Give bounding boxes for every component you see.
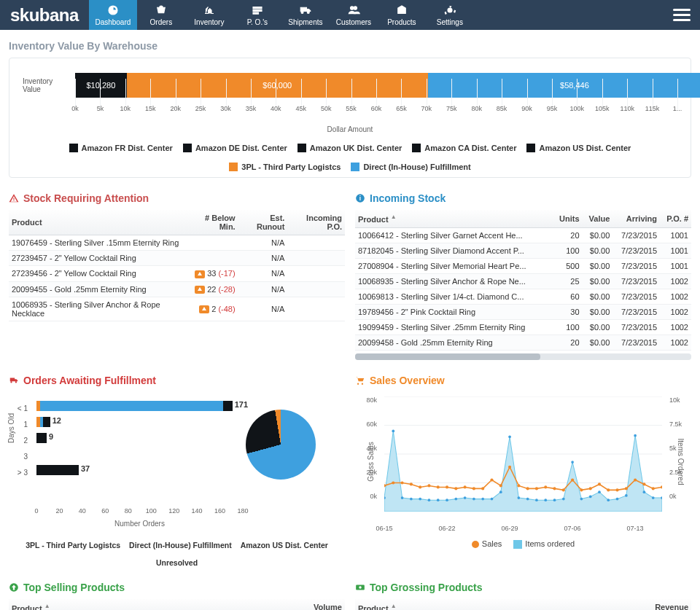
svg-point-64 — [607, 488, 610, 491]
orders-legend: 3PL - Third Party LogistcsDirect (In-Hou… — [9, 541, 345, 567]
svg-point-67 — [634, 478, 637, 481]
svg-point-52 — [499, 484, 502, 487]
col-product[interactable]: Product — [9, 210, 186, 235]
ivw-segment: $60,000 — [127, 73, 428, 98]
col-incoming-po[interactable]: Incoming P.O. — [287, 210, 345, 235]
svg-point-60 — [571, 478, 574, 481]
nav-products[interactable]: Products — [378, 0, 426, 30]
svg-point-15 — [454, 497, 457, 500]
svg-point-53 — [508, 465, 511, 468]
nav-settings[interactable]: Settings — [426, 0, 474, 30]
table-row[interactable]: 19076459 - Sterling Silver .15mm Eternit… — [9, 235, 345, 251]
table-scrollbar[interactable] — [355, 353, 691, 360]
table-row[interactable]: 27008904 - Sterling Silver Memorial Hear… — [355, 258, 691, 273]
col-units[interactable]: Units — [553, 210, 582, 227]
ivw-segment: $10,280 — [75, 73, 127, 98]
svg-point-40 — [392, 481, 394, 484]
svg-point-23 — [526, 497, 529, 500]
ivw-legend: Amazon FR Dist. CenterAmazon DE Dist. Ce… — [23, 144, 677, 171]
table-row[interactable]: 19789456 - 2" Pink Cocktail Ring30$0.007… — [355, 304, 691, 319]
table-row[interactable]: 19099459 - Sterling Silver .25mm Eternit… — [355, 319, 691, 335]
svg-point-58 — [553, 487, 556, 490]
table-row[interactable]: 10069813 - Sterling Silver 1/4-ct. Diamo… — [355, 289, 691, 304]
warning-icon — [195, 270, 205, 278]
svg-point-63 — [598, 482, 601, 485]
svg-point-62 — [589, 487, 592, 490]
panel-title-orders-awaiting: Orders Awaiting Fulfillment — [9, 375, 345, 386]
warning-icon — [199, 305, 209, 313]
svg-point-43 — [419, 485, 421, 488]
table-row[interactable]: 10068935 - Sterling Silver Anchor & Rope… — [355, 273, 691, 289]
table-stock-attention: Product # Below Min. Est. Runout Incomin… — [9, 210, 345, 321]
ivw-row-label: Inventory Value — [23, 77, 66, 93]
customers-icon — [347, 4, 360, 17]
svg-point-42 — [410, 482, 413, 485]
sales-legend: Sales Items ordered — [355, 539, 691, 549]
nav-inventory[interactable]: Inventory — [185, 0, 233, 30]
table-row[interactable]: 27239457 - 2" Yellow Cocktail RingN/A — [9, 251, 345, 266]
col-po[interactable]: P.O. # — [660, 210, 691, 227]
svg-point-14 — [446, 498, 448, 501]
legend-item: Direct (In-House) Fulfillment — [351, 163, 470, 171]
col-below-min[interactable]: # Below Min. — [186, 210, 238, 235]
nav-p-o-s[interactable]: P. O.'s — [233, 0, 281, 30]
col-est-runout[interactable]: Est. Runout — [238, 210, 288, 235]
svg-point-9 — [401, 496, 404, 499]
svg-point-57 — [544, 485, 547, 488]
ivw-xaxis-title: Dollar Amount — [23, 125, 677, 133]
svg-point-48 — [464, 485, 467, 488]
svg-point-34 — [625, 494, 628, 497]
col-volume[interactable]: Volume — [294, 599, 346, 610]
table-row[interactable]: 10068935 - Sterling Silver Anchor & Rope… — [9, 297, 345, 321]
col-revenue[interactable]: Revenue — [621, 599, 691, 610]
shipments-icon — [299, 4, 312, 17]
svg-point-21 — [508, 435, 511, 438]
panel-title-top-selling: Top Selling Products — [9, 582, 345, 593]
svg-point-61 — [580, 488, 583, 491]
warning-icon — [195, 286, 205, 294]
nav-orders[interactable]: Orders — [137, 0, 185, 30]
svg-text:i: i — [359, 195, 361, 202]
table-row[interactable]: 27239456 - 2" Yellow Cocktail Ring33 (-1… — [9, 266, 345, 282]
svg-point-59 — [562, 488, 565, 491]
svg-point-69 — [652, 487, 655, 490]
warning-icon — [9, 193, 19, 203]
nav-shipments[interactable]: Shipments — [281, 0, 330, 30]
svg-point-29 — [580, 497, 583, 500]
inventory-value-chart: Inventory Value $10,280$60,000$58,446 0k… — [9, 58, 691, 178]
legend-item: Amazon DE Dist. Center — [183, 144, 287, 152]
panel-title-incoming-stock: i Incoming Stock — [355, 192, 691, 204]
svg-point-50 — [481, 487, 484, 490]
col-arriving[interactable]: Arriving — [612, 210, 660, 227]
cart-icon — [355, 375, 365, 386]
table-row[interactable]: 10066412 - Sterling Silver Garnet Accent… — [355, 227, 691, 243]
menu-icon[interactable] — [664, 0, 700, 30]
legend-item: 3PL - Third Party Logistcs — [229, 163, 341, 171]
col-product[interactable]: Product ▲ — [355, 599, 621, 610]
nav-customers[interactable]: Customers — [330, 0, 378, 30]
svg-point-37 — [652, 496, 655, 499]
col-product[interactable]: Product ▲ — [355, 210, 553, 227]
svg-point-19 — [491, 497, 494, 500]
svg-point-22 — [518, 496, 521, 499]
svg-point-33 — [616, 497, 619, 500]
p. o.'s-icon — [251, 4, 264, 17]
svg-point-41 — [401, 481, 404, 484]
top-nav: DashboardOrdersInventoryP. O.'sShipments… — [89, 0, 474, 30]
col-value[interactable]: Value — [583, 210, 613, 227]
svg-point-11 — [419, 497, 421, 500]
svg-point-51 — [490, 478, 493, 481]
svg-point-10 — [410, 497, 413, 500]
svg-point-45 — [437, 485, 440, 488]
legend-item: Amazon CA Dist. Center — [412, 144, 516, 152]
svg-point-31 — [598, 490, 601, 493]
settings-icon — [443, 4, 456, 17]
table-row[interactable]: 20099455 - Gold .25mm Eternity Ring22 (-… — [9, 281, 345, 297]
table-row[interactable]: 87182045 - Sterling Silver Diamond Accen… — [355, 243, 691, 258]
table-row[interactable]: 20099458 - Gold .25mm Eternity Ring20$0.… — [355, 335, 691, 350]
svg-point-56 — [535, 487, 538, 490]
svg-point-32 — [607, 498, 610, 501]
nav-dashboard[interactable]: Dashboard — [89, 0, 137, 30]
col-product[interactable]: Product ▲ — [9, 599, 294, 610]
table-top-grossing: Product ▲ Revenue 24851678 - Sterling Si… — [355, 599, 691, 610]
